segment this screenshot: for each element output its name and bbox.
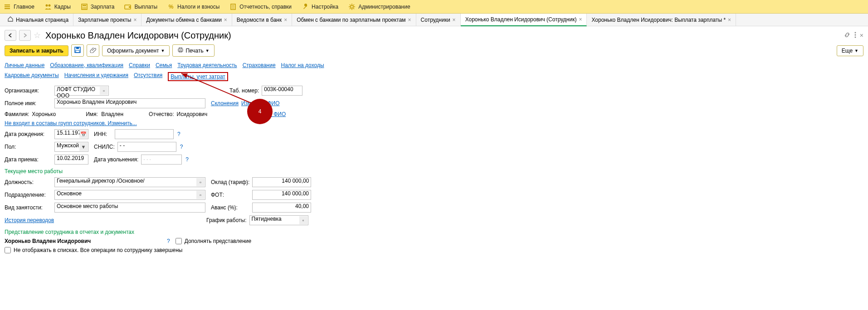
wrench-icon <box>302 3 309 10</box>
print-button[interactable]: Печать▼ <box>172 44 214 57</box>
close-icon[interactable]: × <box>284 17 287 23</box>
inn-input[interactable] <box>115 129 174 139</box>
svg-rect-32 <box>76 47 79 49</box>
menu-salary[interactable]: Зарплата <box>81 3 115 10</box>
tab-bank-sheets[interactable]: Ведомости в банк× <box>232 14 292 26</box>
tab-employees[interactable]: Сотрудники× <box>416 14 461 26</box>
extend-repr-checkbox[interactable] <box>176 238 182 244</box>
snils-input[interactable]: - - <box>117 142 176 152</box>
transfer-history-link[interactable]: История переводов <box>5 217 54 223</box>
link-family[interactable]: Семья <box>156 62 172 68</box>
menu-admin[interactable]: Администрирование <box>348 3 410 10</box>
help-icon[interactable]: ? <box>177 131 180 137</box>
home-icon <box>7 16 14 24</box>
menu-payments[interactable]: Выплаты <box>124 3 157 10</box>
emptype-input[interactable]: Основное место работы <box>54 203 205 213</box>
menu-hr[interactable]: Кадры <box>44 3 71 10</box>
position-value: Генеральный директор /Основное/ <box>57 178 145 184</box>
groups-link[interactable]: Не входит в составы групп сотрудников. И… <box>5 120 137 126</box>
emptype-label: Вид занятости: <box>5 204 52 211</box>
salary-input[interactable]: 140 000,00 <box>252 177 311 187</box>
more-button[interactable]: Еще▼ <box>837 45 863 56</box>
caret-down-icon: ▼ <box>205 48 210 53</box>
hide-in-lists-checkbox[interactable] <box>5 247 11 253</box>
lookup-icon[interactable]: ▫ <box>100 87 108 95</box>
back-button[interactable] <box>5 30 16 41</box>
close-icon[interactable]: × <box>133 17 137 23</box>
help-icon[interactable]: ? <box>185 156 189 163</box>
link-insurance[interactable]: Страхование <box>243 62 276 68</box>
tab-label: Ведомости в банк <box>237 17 282 23</box>
tab-employee-card[interactable]: Хоронько Владлен Исидорович (Сотрудник)× <box>461 14 587 26</box>
close-icon[interactable]: × <box>728 17 731 23</box>
fire-input[interactable]: . . . <box>141 155 182 165</box>
lookup-icon[interactable]: ▫ <box>196 191 205 199</box>
sex-select[interactable]: Мужской▼ <box>54 142 88 152</box>
tab-salary-payment[interactable]: Хоронько Владлен Исидорович: Выплата зар… <box>587 14 736 26</box>
close-icon[interactable]: × <box>453 17 456 23</box>
hamburger-icon <box>4 3 11 10</box>
make-document-button[interactable]: Оформить документ▼ <box>102 45 170 56</box>
schedule-input[interactable]: Пятидневка▫ <box>249 215 308 225</box>
advance-input[interactable]: 40,00 <box>252 203 311 213</box>
position-input[interactable]: Генеральный директор /Основное/▫ <box>54 177 205 187</box>
surname-label: Фамилия: <box>5 111 29 117</box>
link-absences[interactable]: Отсутствия <box>134 72 162 81</box>
page-title: Хоронько Владлен Исидорович (Сотрудник) <box>45 30 231 41</box>
caret-down-icon[interactable]: ▼ <box>79 143 88 151</box>
help-icon[interactable]: ? <box>167 238 170 244</box>
svg-rect-6 <box>83 5 86 6</box>
save-button[interactable] <box>71 44 84 57</box>
favorite-star-icon[interactable]: ☆ <box>34 30 41 40</box>
clip-icon <box>90 47 96 54</box>
close-icon[interactable]: × <box>579 16 582 23</box>
lookup-icon[interactable]: ▫ <box>196 178 205 186</box>
link-accruals[interactable]: Начисления и удержания <box>64 72 128 81</box>
calendar-icon[interactable]: 📅 <box>79 130 88 138</box>
org-value: ЛОФТ СТУДИО ООО <box>57 86 95 99</box>
close-icon[interactable]: × <box>408 17 411 23</box>
svg-rect-14 <box>129 6 131 8</box>
close-icon[interactable]: × <box>224 17 227 23</box>
link-work[interactable]: Трудовая деятельность <box>177 62 237 68</box>
tab-label: Сотрудники <box>421 17 450 23</box>
tab-bank-exchange[interactable]: Обмен с банками по зарплатным проектам× <box>292 14 416 26</box>
hire-label: Дата приема: <box>5 156 52 163</box>
link-education[interactable]: Образование, квалификация <box>50 62 123 68</box>
menu-reports[interactable]: Отчетность, справки <box>229 3 292 10</box>
menu-main[interactable]: Главное <box>4 3 34 10</box>
org-input[interactable]: ЛОФТ СТУДИО ООО▫ <box>54 86 109 96</box>
link-personal[interactable]: Личные данные <box>5 62 44 68</box>
tab-label: Зарплатные проекты <box>78 17 131 23</box>
help-icon[interactable]: ? <box>180 144 183 150</box>
birth-input[interactable]: 15.11.1975📅 <box>54 129 88 139</box>
forward-button[interactable] <box>19 30 31 41</box>
svg-line-37 <box>181 73 254 104</box>
menu-settings[interactable]: Настройка <box>302 3 338 10</box>
link-icon[interactable] <box>844 31 851 40</box>
repr-value: Хоронько Владлен Исидорович <box>5 238 163 244</box>
tab-exchange-docs[interactable]: Документы обмена с банками× <box>141 14 232 26</box>
tab-label: Обмен с банками по зарплатным проектам <box>297 17 405 23</box>
link-hr-docs[interactable]: Кадровые документы <box>5 72 59 81</box>
fot-input[interactable]: 140 000,00 <box>252 190 311 200</box>
hire-input[interactable]: 10.02.2019 <box>54 155 88 165</box>
svg-point-28 <box>854 32 856 33</box>
record-close-button[interactable]: Записать и закрыть <box>5 45 68 56</box>
representation-heading: Представление сотрудника в отчетах и док… <box>5 229 863 235</box>
lookup-icon[interactable]: ▫ <box>299 216 307 224</box>
tab-projects[interactable]: Зарплатные проекты× <box>73 14 141 26</box>
dept-input[interactable]: Основное▫ <box>54 190 205 200</box>
close-page-icon[interactable]: × <box>860 32 863 39</box>
fire-label: Дата увольнения: <box>94 156 138 163</box>
svg-line-24 <box>350 5 351 5</box>
link-income-tax[interactable]: Налог на доходы <box>281 62 324 68</box>
attach-button[interactable] <box>87 44 99 57</box>
menu-taxes[interactable]: % Налоги и взносы <box>167 3 219 10</box>
tab-home[interactable]: Начальная страница <box>3 14 73 26</box>
percent-icon: % <box>167 3 175 10</box>
svg-point-12 <box>85 8 86 9</box>
link-refs[interactable]: Справки <box>129 62 150 68</box>
position-label: Должность: <box>5 179 52 185</box>
kebab-icon[interactable] <box>854 31 856 40</box>
